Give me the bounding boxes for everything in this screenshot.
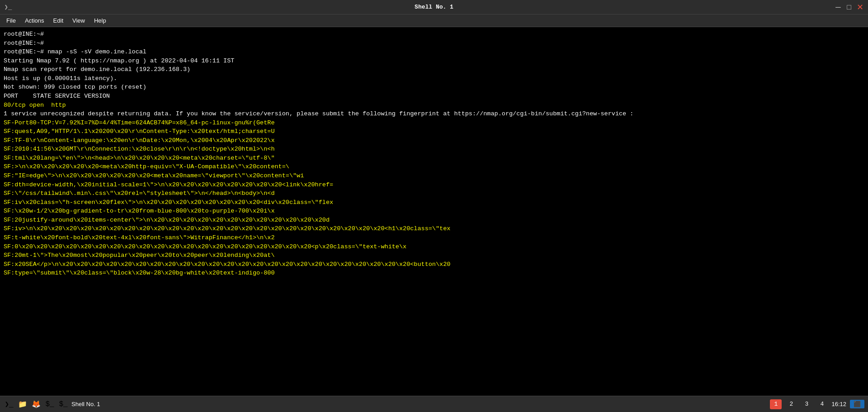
terminal-line: SF:tml\x20lang=\"en\">\n<head>\n\x20\x20… — [4, 154, 864, 163]
terminal-line: root@INE:~# — [4, 39, 864, 48]
menu-edit[interactable]: Edit — [49, 15, 68, 26]
terminal-line: SF:\"/css/tailwind\.min\.css\"\x20rel=\"… — [4, 189, 864, 198]
terminal-line: SF:\x20w-1/2\x20bg-gradient-to-tr\x20fro… — [4, 207, 864, 216]
terminal-line: 80/tcp open http — [4, 101, 864, 110]
terminal-line: root@INE:~# — [4, 30, 864, 39]
taskbar-terminal-icon[interactable]: ❯_ — [4, 399, 14, 410]
tab-3-button[interactable]: 3 — [801, 399, 812, 409]
tab-1-button[interactable]: 1 — [770, 399, 782, 409]
status-bar: ❯_ 📁 🦊 $_ $_ Shell No. 1 1 2 3 4 16:12 ⬛ — [0, 396, 868, 412]
minimize-button[interactable]: ─ — [834, 3, 843, 12]
terminal-line: SF-Port80-TCP:V=7.92%I=7%D=4/4%Time=624A… — [4, 118, 864, 128]
terminal-line: SF:iv\x20class=\"h-screen\x20flex\">\n\x… — [4, 198, 864, 207]
taskbar-folder-icon[interactable]: 📁 — [17, 399, 28, 410]
taskbar-firefox-icon[interactable]: 🦊 — [31, 399, 42, 410]
terminal-line: Nmap scan report for demo.ine.local (192… — [4, 65, 864, 74]
terminal-line: PORT STATE SERVICE VERSION — [4, 92, 864, 101]
window-title: Shell No. 1 — [415, 4, 453, 10]
terminal-output[interactable]: root@INE:~#root@INE:~#root@INE:~# nmap -… — [0, 27, 868, 396]
terminal-title-icon: ❯_ — [4, 3, 13, 12]
network-indicator: ⬛ — [850, 400, 864, 408]
status-left: ❯_ 📁 🦊 $_ $_ Shell No. 1 — [4, 399, 100, 410]
terminal-line: SF:20mt-1\">The\x20most\x20popular\x20pe… — [4, 251, 864, 260]
title-bar-left: ❯_ — [4, 3, 13, 12]
terminal-line: SF:quest,A09,"HTTP/1\.1\x20200\x20\r\nCo… — [4, 127, 864, 136]
tab-2-button[interactable]: 2 — [785, 399, 797, 409]
terminal-line: SF:"IE=edge\">\n\x20\x20\x20\x20\x20\x20… — [4, 171, 864, 180]
maximize-button[interactable]: □ — [844, 3, 854, 12]
menu-actions[interactable]: Actions — [20, 15, 49, 26]
terminal-line: SF:x20SEA</p>\n\x20\x20\x20\x20\x20\x20\… — [4, 260, 864, 269]
terminal-line: SF:TF-8\r\nContent-Language:\x20en\r\nDa… — [4, 136, 864, 145]
taskbar-shell-icon[interactable]: $_ — [44, 399, 55, 410]
close-button[interactable]: ✕ — [855, 3, 864, 12]
terminal-line: Starting Nmap 7.92 ( https://nmap.org ) … — [4, 57, 864, 66]
menu-bar: File Actions Edit View Help — [0, 14, 868, 27]
terminal-line: SF:20justify-around\x20items-center\">\n… — [4, 216, 864, 225]
clock: 16:12 — [831, 401, 846, 407]
status-right: 1 2 3 4 16:12 ⬛ — [770, 399, 864, 409]
title-bar: ❯_ Shell No. 1 ─ □ ✕ — [0, 0, 868, 14]
menu-file[interactable]: File — [2, 15, 20, 26]
taskbar-shell2-icon[interactable]: $_ — [58, 399, 69, 410]
terminal-line: SF:dth=device-width,\x20initial-scale=1\… — [4, 180, 864, 189]
terminal-line: SF:>\n\x20\x20\x20\x20\x20<meta\x20http-… — [4, 162, 864, 171]
terminal-line: SF:2010:41:56\x20GMT\r\nConnection:\x20c… — [4, 145, 864, 154]
window-controls: ─ □ ✕ — [834, 3, 864, 12]
taskbar-shell-label: Shell No. 1 — [71, 401, 100, 407]
terminal-line: SF:type=\"submit\"\x20class=\"block\x20w… — [4, 269, 864, 278]
menu-help[interactable]: Help — [90, 15, 111, 26]
menu-view[interactable]: View — [68, 15, 90, 26]
terminal-line: 1 service unrecognized despite returning… — [4, 109, 864, 118]
terminal-line: Not shown: 999 closed tcp ports (reset) — [4, 83, 864, 92]
terminal-line: root@INE:~# nmap -sS -sV demo.ine.local — [4, 47, 864, 57]
terminal-line: Host is up (0.000011s latency). — [4, 74, 864, 83]
terminal-line: SF:0\x20\x20\x20\x20\x20\x20\x20\x20\x20… — [4, 242, 864, 251]
terminal-line: SF:t-white\x20font-bold\x20text-4xl\x20f… — [4, 233, 864, 242]
terminal-line: SF:iv>\n\x20\x20\x20\x20\x20\x20\x20\x20… — [4, 224, 864, 233]
tab-4-button[interactable]: 4 — [816, 399, 828, 409]
